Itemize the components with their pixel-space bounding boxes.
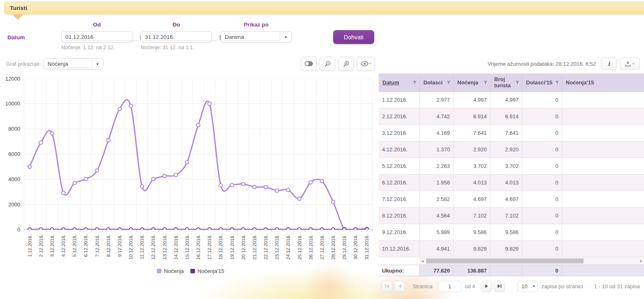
svg-text:2.12.2016.: 2.12.2016. [38, 234, 43, 257]
table-row[interactable]: 8.12.2016.4.5647.1027.1020 [379, 208, 644, 224]
table-cell: 10.12.2016. [379, 241, 420, 257]
legend-label: Noćenja'15 [197, 268, 224, 274]
scroll-left-icon[interactable]: ◂ [420, 257, 425, 265]
table-row[interactable]: 2.12.2016.4.7426.9146.9140 [379, 108, 644, 125]
last-page-button[interactable] [494, 281, 505, 292]
column-header[interactable]: Noćenja [454, 74, 490, 91]
zoom-out-button[interactable] [320, 57, 335, 71]
svg-text:22.12.2016.: 22.12.2016. [263, 234, 268, 260]
filter-icon[interactable] [483, 81, 488, 85]
page-input[interactable] [438, 281, 461, 292]
table-row[interactable]: 7.12.2016.2.5824.6974.6970 [379, 191, 644, 208]
table-cell: 7.12.2016. [379, 191, 420, 207]
table-cell: 0 [522, 158, 562, 174]
horizontal-scrollbar[interactable]: ◂ ▸ [420, 257, 644, 265]
pagination-bar: Stranica od 4 10 ▼ zapisa po stranici 1 … [379, 280, 644, 292]
svg-text:8.12.2016.: 8.12.2016. [106, 234, 111, 257]
table-row[interactable]: 9.12.2016.5.9899.5869.5860 [379, 224, 644, 241]
table-cell: 1.956 [420, 175, 454, 191]
svg-text:14.12.2016.: 14.12.2016. [173, 234, 178, 260]
table-row[interactable]: 4.12.2016.1.3702.9202.9200 [379, 141, 644, 158]
filter-icon[interactable] [515, 81, 519, 85]
zoom-in-button[interactable] [338, 57, 354, 71]
data-grid: DatumDolasciNoćenjaBroj turistaDolasci'1… [379, 74, 644, 257]
chart-canvas: 0200040006000800010000120001.12.2016.2.1… [3, 74, 378, 286]
scrollbar-thumb[interactable] [426, 258, 584, 263]
svg-text:6.12.2016.: 6.12.2016. [83, 234, 88, 257]
table-cell: 4.564 [420, 208, 454, 224]
next-page-button[interactable] [481, 281, 492, 292]
legend-swatch-icon [157, 269, 161, 273]
table-row[interactable]: 1.12.2016.2.9774.9974.9970 [379, 92, 644, 108]
chevron-down-icon[interactable]: ▼ [91, 59, 103, 69]
grid-body: 1.12.2016.2.9774.9974.99702.12.2016.4.74… [379, 92, 644, 257]
datum-label: Datum [7, 34, 25, 41]
table-cell: 1.370 [420, 141, 454, 158]
info-button[interactable]: i [601, 57, 617, 70]
date-to-input[interactable] [145, 33, 218, 41]
tab-turisti[interactable]: Turisti [4, 2, 644, 14]
table-cell: 0 [522, 241, 562, 257]
table-cell: 0 [522, 191, 562, 207]
column-header-label: Dolasci [423, 80, 442, 86]
column-header[interactable]: Noćenja'15 [562, 74, 644, 91]
filter-icon[interactable] [413, 81, 417, 85]
zoom-out-icon [324, 60, 331, 67]
visibility-button[interactable] [357, 57, 375, 71]
first-page-button[interactable] [381, 281, 392, 292]
svg-text:16.12.2016.: 16.12.2016. [196, 234, 201, 260]
column-header[interactable]: Datum [379, 74, 420, 91]
scroll-right-icon[interactable]: ▸ [638, 257, 644, 265]
table-row[interactable]: 6.12.2016.1.9564.0134.0130 [379, 175, 644, 191]
table-row[interactable]: 5.12.2016.2.2633.7023.7020 [379, 158, 644, 175]
toggle-view-button[interactable] [301, 57, 317, 71]
table-cell: 6.914 [490, 108, 522, 124]
graf-prikazuje-dropdown[interactable]: Noćenja ▼ [43, 58, 103, 69]
page-size-dropdown[interactable]: 10 ▼ [517, 281, 538, 292]
filter-icon[interactable] [555, 81, 559, 85]
column-header[interactable]: Broj turista [490, 74, 522, 91]
svg-text:0: 0 [17, 227, 20, 233]
table-row[interactable]: 10.12.2016.4.9419.8299.8290 [379, 241, 644, 257]
legend-item[interactable]: Noćenja [157, 268, 184, 274]
date-from-field[interactable] [61, 31, 132, 43]
prikaz-po-dropdown[interactable]: Danima ▼ [221, 31, 292, 43]
prikaz-po-label: Prikaz po [221, 22, 292, 28]
filter-icon[interactable] [447, 81, 451, 85]
table-cell [562, 158, 644, 174]
date-from-input[interactable] [65, 33, 139, 41]
svg-text:20.12.2016.: 20.12.2016. [241, 234, 246, 260]
totals-cell [490, 265, 522, 276]
svg-text:23.12.2016.: 23.12.2016. [274, 234, 279, 260]
legend-item[interactable]: Noćenja'15 [190, 268, 224, 274]
column-header-label: Noćenja'15 [566, 80, 594, 86]
table-cell [562, 125, 644, 141]
table-cell: 9.829 [454, 241, 490, 257]
table-cell: 7.641 [454, 125, 490, 141]
scrollbar-track[interactable] [425, 257, 638, 265]
prev-page-button[interactable] [394, 281, 405, 292]
table-cell: 4.12.2016. [379, 141, 420, 158]
column-header[interactable]: Dolasci'15 [522, 74, 562, 91]
table-cell: 4.013 [454, 175, 490, 191]
grid-header-row: DatumDolasciNoćenjaBroj turistaDolasci'1… [379, 74, 644, 92]
svg-text:25.12.2016.: 25.12.2016. [297, 234, 302, 260]
date-to-field[interactable] [141, 31, 212, 43]
table-cell: 2.12.2016. [379, 108, 420, 124]
table-cell: 3.12.2016. [379, 125, 420, 141]
column-header[interactable]: Dolasci [420, 74, 454, 91]
table-cell: 4.997 [490, 92, 522, 108]
table-cell: 2.920 [454, 141, 490, 158]
svg-text:4.12.2016.: 4.12.2016. [61, 234, 66, 257]
svg-text:30.12.2016.: 30.12.2016. [353, 234, 358, 260]
table-cell [562, 241, 644, 257]
column-header-label: Broj turista [494, 77, 514, 89]
table-cell [562, 108, 644, 124]
export-download-button[interactable] [620, 57, 640, 70]
table-row[interactable]: 3.12.2016.4.1697.6417.6410 [379, 125, 644, 141]
legend-label: Noćenja [164, 268, 184, 274]
chevron-down-icon[interactable]: ▼ [280, 32, 291, 42]
dohvati-button[interactable]: Dohvati [333, 30, 374, 44]
toggle-icon [305, 61, 313, 66]
zoom-in-icon [343, 60, 350, 67]
